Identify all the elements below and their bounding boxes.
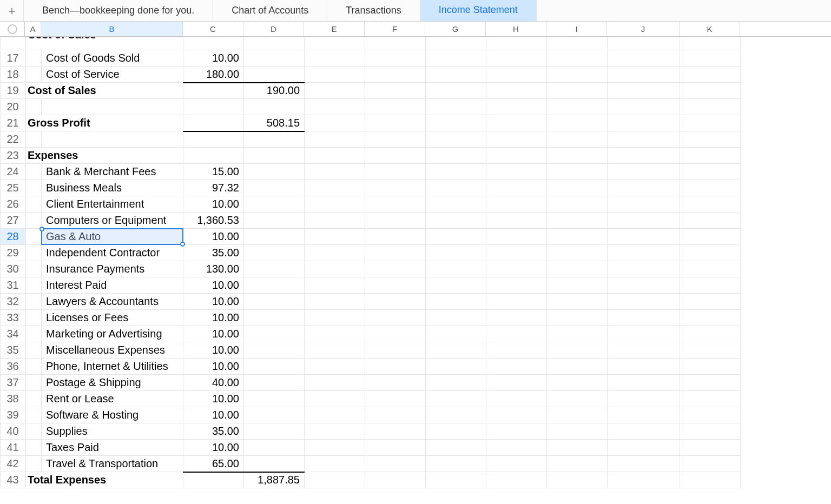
cell[interactable]: 35.00: [183, 245, 244, 261]
cell[interactable]: [244, 391, 305, 407]
cell[interactable]: [244, 440, 305, 456]
cell[interactable]: [547, 115, 608, 131]
cell[interactable]: [244, 67, 305, 83]
spreadsheet-grid[interactable]: Cost of Sales17Cost of Goods Sold10.0018…: [0, 37, 741, 488]
cell[interactable]: [486, 456, 547, 472]
col-header-B[interactable]: B: [41, 22, 183, 36]
cell[interactable]: [244, 375, 305, 391]
cell[interactable]: [680, 99, 741, 115]
cell[interactable]: [244, 213, 305, 229]
cell[interactable]: [547, 375, 608, 391]
table-row[interactable]: 34Marketing or Advertising10.00: [1, 326, 741, 342]
row-header[interactable]: 32: [1, 294, 25, 310]
cell[interactable]: [547, 99, 608, 115]
table-row[interactable]: 26Client Entertainment10.00: [1, 196, 741, 213]
cell[interactable]: 10.00: [183, 50, 244, 67]
cell[interactable]: [305, 294, 365, 310]
cell[interactable]: [608, 83, 680, 99]
cell[interactable]: [547, 326, 608, 342]
cell[interactable]: [305, 131, 365, 148]
cell[interactable]: [486, 83, 547, 99]
cell[interactable]: [244, 310, 305, 326]
cell[interactable]: [547, 391, 608, 407]
cell[interactable]: [608, 196, 680, 213]
table-row[interactable]: 31Interest Paid10.00: [1, 277, 741, 294]
cell[interactable]: [365, 164, 426, 180]
cell[interactable]: [25, 50, 42, 67]
cell[interactable]: [365, 99, 426, 115]
row-header[interactable]: 22: [1, 131, 25, 148]
cell[interactable]: [305, 391, 365, 407]
cell[interactable]: [486, 196, 547, 213]
cell[interactable]: [305, 375, 365, 391]
cell[interactable]: Cost of Service: [42, 67, 183, 83]
cell[interactable]: [25, 359, 42, 375]
cell[interactable]: [608, 391, 680, 407]
cell[interactable]: [25, 456, 42, 472]
cell[interactable]: Cost of Sales: [25, 83, 183, 99]
cell[interactable]: [25, 326, 42, 342]
cell[interactable]: [244, 342, 305, 359]
cell[interactable]: 508.15: [244, 115, 305, 131]
cell[interactable]: [547, 148, 608, 164]
cell[interactable]: [680, 180, 741, 196]
cell[interactable]: [25, 261, 42, 277]
cell[interactable]: [486, 277, 547, 294]
cell[interactable]: [25, 131, 42, 148]
cell[interactable]: [680, 326, 741, 342]
cell[interactable]: [680, 294, 741, 310]
cell[interactable]: [547, 310, 608, 326]
cell[interactable]: [426, 115, 486, 131]
cell[interactable]: [486, 245, 547, 261]
cell[interactable]: 10.00: [183, 391, 244, 407]
cell[interactable]: [680, 407, 741, 423]
cell[interactable]: [426, 229, 486, 245]
cell[interactable]: [25, 375, 42, 391]
cell[interactable]: [25, 391, 42, 407]
cell[interactable]: [25, 164, 42, 180]
tab-transactions[interactable]: Transactions: [327, 0, 420, 21]
cell[interactable]: [547, 83, 608, 99]
row-header[interactable]: 33: [1, 310, 25, 326]
cell[interactable]: [608, 359, 680, 375]
cell[interactable]: [25, 294, 42, 310]
cell[interactable]: [365, 456, 426, 472]
table-row[interactable]: 32Lawyers & Accountants10.00: [1, 294, 741, 310]
cell[interactable]: Bank & Merchant Fees: [42, 164, 183, 180]
cell[interactable]: 97.32: [183, 180, 244, 196]
cell[interactable]: [25, 423, 42, 440]
cell[interactable]: Travel & Transportation: [42, 456, 183, 472]
cell[interactable]: [365, 375, 426, 391]
cell[interactable]: [305, 277, 365, 294]
cell[interactable]: [608, 440, 680, 456]
cell[interactable]: [547, 342, 608, 359]
cell[interactable]: Software & Hosting: [42, 407, 183, 423]
cell[interactable]: [486, 229, 547, 245]
cell[interactable]: [25, 407, 42, 423]
row-header[interactable]: 18: [1, 67, 25, 83]
cell[interactable]: [547, 245, 608, 261]
table-row[interactable]: 29Independent Contractor35.00: [1, 245, 741, 261]
cell[interactable]: [305, 180, 365, 196]
row-header[interactable]: 23: [1, 148, 25, 164]
cell[interactable]: [486, 50, 547, 67]
cell[interactable]: [305, 196, 365, 213]
cell[interactable]: [608, 50, 680, 67]
cell[interactable]: [608, 229, 680, 245]
table-row[interactable]: 30Insurance Payments130.00: [1, 261, 741, 277]
cell[interactable]: [426, 342, 486, 359]
cell[interactable]: [680, 342, 741, 359]
cell[interactable]: [680, 423, 741, 440]
cell[interactable]: [25, 229, 42, 245]
cell[interactable]: 40.00: [183, 375, 244, 391]
cell[interactable]: [183, 115, 244, 131]
table-row[interactable]: 36Phone, Internet & Utilities10.00: [1, 359, 741, 375]
cell[interactable]: Phone, Internet & Utilities: [42, 359, 183, 375]
cell[interactable]: [608, 164, 680, 180]
cell[interactable]: [680, 131, 741, 148]
cell[interactable]: [426, 99, 486, 115]
cell[interactable]: [25, 277, 42, 294]
cell[interactable]: [183, 472, 244, 488]
cell[interactable]: [365, 277, 426, 294]
cell[interactable]: [486, 342, 547, 359]
